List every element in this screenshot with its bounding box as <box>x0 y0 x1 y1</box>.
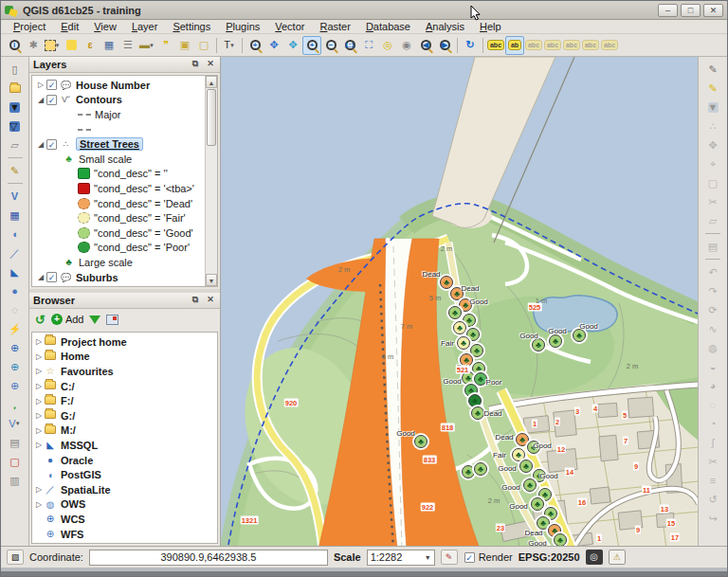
close-button[interactable]: ✕ <box>703 4 723 17</box>
add-wcs-layer-icon[interactable]: ⊕ <box>6 357 25 376</box>
layer-row-house-number[interactable]: ▷✓💬House Number <box>34 78 205 93</box>
float-panel-icon[interactable]: ⧉ <box>190 59 201 70</box>
scroll-up-icon[interactable]: ▲ <box>206 76 217 88</box>
maximize-button[interactable]: □ <box>681 4 701 17</box>
menu-settings[interactable]: Settings <box>166 20 217 33</box>
layer-visibility-checkbox[interactable]: ✓ <box>46 95 57 105</box>
add-spatialite-layer-icon[interactable]: ／ <box>6 243 25 262</box>
add-postgis-layer-icon[interactable]: ◖ <box>6 225 25 243</box>
collapse-icon[interactable]: ◢ <box>36 273 46 281</box>
open-attribute-table-icon[interactable]: ▦ <box>100 36 118 55</box>
magnifier-edit-icon[interactable]: ✎ <box>441 550 458 565</box>
expand-icon[interactable]: ▷ <box>34 426 44 435</box>
zoom-to-selection-icon[interactable]: ◎ <box>378 36 397 55</box>
layer-row-cond-desc-tba[interactable]: "cond_desc" = '<tba>' <box>34 181 205 196</box>
layer-row-cond-desc-poor[interactable]: "cond_desc" = 'Poor' <box>34 241 205 256</box>
layer-visibility-checkbox[interactable]: ✓ <box>46 272 57 282</box>
expand-icon[interactable]: ▷ <box>34 367 44 375</box>
browser-item-wcs[interactable]: ⊕WCS <box>34 512 217 527</box>
db-manager-icon[interactable]: ▥ <box>6 471 25 490</box>
close-panel-icon[interactable]: ✕ <box>205 295 216 306</box>
layer-row[interactable] <box>34 122 205 137</box>
scroll-thumb[interactable] <box>207 89 216 146</box>
open-project-icon[interactable] <box>6 79 25 98</box>
minimize-button[interactable]: – <box>658 4 678 17</box>
touch-zoom-icon[interactable]: + <box>246 36 264 55</box>
browser-item-oracle[interactable]: ●Oracle <box>34 453 217 468</box>
add-delimited-text-icon[interactable]: ， <box>6 395 25 414</box>
expand-icon[interactable]: ▷ <box>34 441 44 449</box>
layer-row-cond-desc-dead[interactable]: "cond_desc" = 'Dead' <box>34 196 205 211</box>
pan-to-selection-icon[interactable]: ✥ <box>283 36 302 55</box>
menu-view[interactable]: View <box>87 20 123 33</box>
expand-icon[interactable]: ▷ <box>34 337 44 346</box>
text-annotation-icon[interactable]: T▼ <box>220 36 239 55</box>
extent-toggle-icon[interactable]: ▧ <box>7 550 24 565</box>
show-bookmarks-icon[interactable]: ▢ <box>194 36 213 55</box>
browser-item-spatialite[interactable]: ▷／SpatiaLite <box>34 482 217 497</box>
menu-analysis[interactable]: Analysis <box>419 20 471 33</box>
menu-edit[interactable]: Edit <box>54 20 85 33</box>
add-mssql-layer-icon[interactable]: ◣ <box>6 262 25 281</box>
close-panel-icon[interactable]: ✕ <box>205 59 216 70</box>
browser-item-wms[interactable]: ▷⊕WMS <box>34 541 217 543</box>
browser-item-ows[interactable]: ▷◍OWS <box>34 497 217 513</box>
zoom-out-icon[interactable]: − <box>321 36 340 55</box>
new-shapefile-layer-icon[interactable]: V▼ <box>6 414 25 433</box>
add-wms-layer-icon[interactable]: ⊕ <box>6 338 25 357</box>
menu-project[interactable]: Project <box>7 20 52 33</box>
add-memory-layer-icon[interactable]: ◌ <box>6 300 25 319</box>
layer-row-cond-desc-good[interactable]: "cond_desc" = 'Good' <box>34 225 205 241</box>
browser-item-g[interactable]: ▷G:/ <box>34 408 217 424</box>
browser-refresh-button[interactable]: ↺ <box>35 313 46 327</box>
expand-icon[interactable]: ▷ <box>36 81 46 89</box>
browser-item-project-home[interactable]: ▷Project home <box>34 334 217 350</box>
map-canvas[interactable]: ♣Dead♣Dead♣Good♣♣♣♣♣Fair♣♣♣Fair♣Good♣Poo… <box>221 57 698 546</box>
layer-row[interactable] <box>34 284 205 286</box>
browser-item-postgis[interactable]: ◖PostGIS <box>34 467 217 482</box>
composer-manager-icon[interactable]: ✎ <box>6 161 25 180</box>
layer-visibility-checkbox[interactable]: ✓ <box>46 80 57 90</box>
expand-icon[interactable]: ▷ <box>34 500 44 509</box>
browser-item-favourites[interactable]: ▷☆Favourites <box>34 364 217 379</box>
layer-row-cond-desc-fair[interactable]: "cond_desc" = 'Fair' <box>34 210 205 225</box>
expand-icon[interactable]: ▷ <box>34 397 44 406</box>
zoom-native-icon[interactable]: 1:1 <box>340 36 359 55</box>
expand-icon[interactable]: ▷ <box>34 485 44 494</box>
collapse-icon[interactable]: ◢ <box>36 140 46 149</box>
deselect-all-icon[interactable] <box>62 36 81 55</box>
messages-warning-icon[interactable]: ⚠ <box>609 550 626 565</box>
menu-vector[interactable]: Vector <box>268 20 311 33</box>
labeling-icon[interactable]: abc <box>486 36 505 55</box>
select-by-expression-icon[interactable]: ε <box>81 36 100 55</box>
layer-row-street-trees[interactable]: ◢✓∴Street Trees <box>34 136 205 152</box>
crs-status-icon[interactable]: ◎ <box>586 550 603 565</box>
new-project-icon[interactable]: ▯ <box>6 60 25 79</box>
zoom-next-icon[interactable]: ▶ <box>435 36 454 55</box>
add-vector-layer-icon[interactable]: V <box>6 187 25 206</box>
layer-row-suburbs[interactable]: ◢✓💬Suburbs <box>34 270 205 285</box>
expand-icon[interactable]: ▷ <box>34 411 44 420</box>
browser-item-home[interactable]: ▷Home <box>34 350 217 365</box>
toggle-editing-icon[interactable]: ✎ <box>703 79 722 98</box>
expand-icon[interactable]: ▷ <box>34 382 44 390</box>
new-print-composer-icon[interactable]: ▱ <box>6 135 25 154</box>
browser-item-m[interactable]: ▷M:/ <box>34 424 217 439</box>
zoom-last-icon[interactable]: ◀ <box>416 36 435 55</box>
layer-visibility-checkbox[interactable]: ✓ <box>46 139 57 150</box>
float-panel-icon[interactable]: ⧉ <box>190 295 201 306</box>
expand-icon[interactable]: ▷ <box>34 352 44 361</box>
render-checkbox[interactable]: ✓ <box>464 552 475 563</box>
browser-item-wfs[interactable]: ⊕WFS <box>34 527 217 542</box>
save-project-icon[interactable]: ▼ <box>6 98 25 117</box>
titlebar[interactable]: QGIS d61cb25 - training – □ ✕ <box>1 1 727 20</box>
scroll-down-icon[interactable]: ▼ <box>206 274 217 286</box>
zoom-to-layer-icon[interactable]: ◉ <box>397 36 416 55</box>
zoom-full-icon[interactable]: ⛶ <box>359 36 378 55</box>
identify-features-icon[interactable]: i <box>5 36 24 55</box>
scale-combobox[interactable]: 1:2282 ▼ <box>367 550 435 566</box>
pan-map-icon[interactable]: ✥ <box>264 36 283 55</box>
map-tips-icon[interactable]: ❞ <box>156 36 175 55</box>
add-oracle-layer-icon[interactable]: ● <box>6 281 25 300</box>
render-toggle[interactable]: ✓ Render <box>464 551 513 563</box>
